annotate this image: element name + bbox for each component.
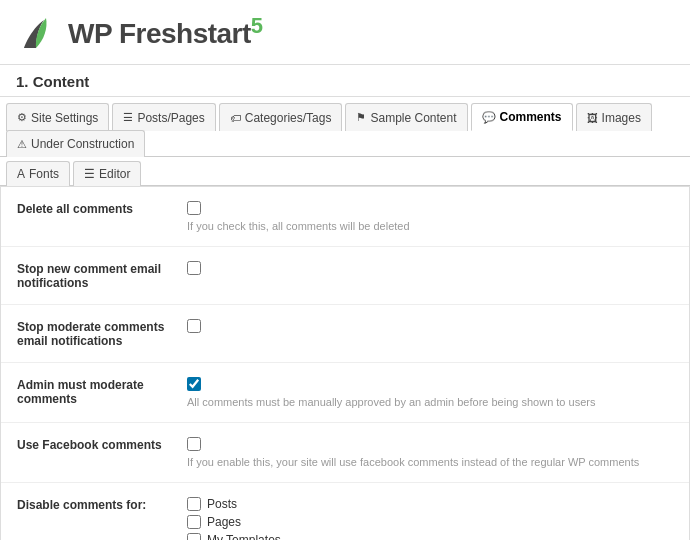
checkbox-admin-must-moderate[interactable] <box>187 377 201 391</box>
images-icon: 🖼 <box>587 112 598 124</box>
setting-label-disable-comments-for: Disable comments for: <box>17 497 187 512</box>
setting-row-admin-must-moderate: Admin must moderate commentsAll comments… <box>1 363 689 423</box>
under-construction-icon: ⚠ <box>17 138 27 151</box>
tab-label: Fonts <box>29 167 59 181</box>
tab-site-settings[interactable]: ⚙Site Settings <box>6 103 109 131</box>
option-label-disable-comments-for-1: Pages <box>207 515 241 529</box>
tab-posts-pages[interactable]: ☰Posts/Pages <box>112 103 215 131</box>
tab-label: Images <box>602 111 641 125</box>
setting-control-stop-new-comment-email <box>187 261 673 275</box>
tab-fonts[interactable]: AFonts <box>6 161 70 186</box>
setting-control-admin-must-moderate: All comments must be manually approved b… <box>187 377 673 408</box>
checkbox-wrap-stop-moderate-comments <box>187 319 673 333</box>
checkbox-wrap-stop-new-comment-email <box>187 261 673 275</box>
header: WP Freshstart5 <box>0 0 690 65</box>
setting-row-stop-new-comment-email: Stop new comment email notifications <box>1 247 689 305</box>
tab-label: Comments <box>500 110 562 124</box>
list-item: Pages <box>187 515 673 529</box>
setting-row-delete-all-comments: Delete all commentsIf you check this, al… <box>1 187 689 247</box>
list-item: My Templates <box>187 533 673 540</box>
setting-label-stop-moderate-comments: Stop moderate comments email notificatio… <box>17 319 187 348</box>
checkbox-wrap-use-facebook-comments <box>187 437 673 451</box>
tab-under-construction[interactable]: ⚠Under Construction <box>6 130 145 157</box>
tab-label: Editor <box>99 167 130 181</box>
tab-comments[interactable]: 💬Comments <box>471 103 573 131</box>
tab-label: Posts/Pages <box>137 111 204 125</box>
editor-icon: ☰ <box>84 167 95 181</box>
setting-label-stop-new-comment-email: Stop new comment email notifications <box>17 261 187 290</box>
checkbox-use-facebook-comments[interactable] <box>187 437 201 451</box>
fonts-icon: A <box>17 167 25 181</box>
posts-pages-icon: ☰ <box>123 111 133 124</box>
setting-control-delete-all-comments: If you check this, all comments will be … <box>187 201 673 232</box>
setting-row-stop-moderate-comments: Stop moderate comments email notificatio… <box>1 305 689 363</box>
page-title-bar: 1. Content <box>0 65 690 97</box>
checkbox-disable-comments-for-posts[interactable] <box>187 497 201 511</box>
page-title: 1. Content <box>16 73 674 90</box>
tab-label: Site Settings <box>31 111 98 125</box>
tabs-row-2: AFonts☰Editor <box>0 157 690 186</box>
checkbox-delete-all-comments[interactable] <box>187 201 201 215</box>
tab-label: Sample Content <box>370 111 456 125</box>
site-settings-icon: ⚙ <box>17 111 27 124</box>
setting-label-admin-must-moderate: Admin must moderate comments <box>17 377 187 406</box>
tab-editor[interactable]: ☰Editor <box>73 161 141 186</box>
comments-icon: 💬 <box>482 111 496 124</box>
checkbox-wrap-admin-must-moderate <box>187 377 673 391</box>
checkbox-stop-new-comment-email[interactable] <box>187 261 201 275</box>
sample-content-icon: ⚑ <box>356 111 366 124</box>
list-item: Posts <box>187 497 673 511</box>
tab-sample-content[interactable]: ⚑Sample Content <box>345 103 467 131</box>
checkbox-stop-moderate-comments[interactable] <box>187 319 201 333</box>
tab-categories-tags[interactable]: 🏷Categories/Tags <box>219 103 343 131</box>
categories-tags-icon: 🏷 <box>230 112 241 124</box>
tab-images[interactable]: 🖼Images <box>576 103 652 131</box>
setting-control-stop-moderate-comments <box>187 319 673 333</box>
checkbox-wrap-delete-all-comments <box>187 201 673 215</box>
setting-row-use-facebook-comments: Use Facebook commentsIf you enable this,… <box>1 423 689 483</box>
desc-admin-must-moderate: All comments must be manually approved b… <box>187 396 673 408</box>
sub-options-disable-comments-for: PostsPagesMy Templates <box>187 497 673 540</box>
desc-delete-all-comments: If you check this, all comments will be … <box>187 220 673 232</box>
setting-label-delete-all-comments: Delete all comments <box>17 201 187 216</box>
checkbox-disable-comments-for-pages[interactable] <box>187 515 201 529</box>
tab-label: Under Construction <box>31 137 134 151</box>
option-label-disable-comments-for-2: My Templates <box>207 533 281 540</box>
logo-brand: WP Freshstart <box>68 19 251 50</box>
tabs-row-1: ⚙Site Settings☰Posts/Pages🏷Categories/Ta… <box>0 97 690 157</box>
tab-label: Categories/Tags <box>245 111 332 125</box>
desc-use-facebook-comments: If you enable this, your site will use f… <box>187 456 673 468</box>
setting-control-use-facebook-comments: If you enable this, your site will use f… <box>187 437 673 468</box>
setting-control-disable-comments-for: PostsPagesMy TemplatesCheck all post typ… <box>187 497 673 540</box>
content-area: Delete all commentsIf you check this, al… <box>0 186 690 540</box>
logo-text: WP Freshstart5 <box>68 13 263 50</box>
option-label-disable-comments-for-0: Posts <box>207 497 237 511</box>
checkbox-disable-comments-for-my-templates[interactable] <box>187 533 201 540</box>
logo-icon <box>16 10 60 54</box>
setting-label-use-facebook-comments: Use Facebook comments <box>17 437 187 452</box>
logo-version: 5 <box>251 13 263 38</box>
setting-row-disable-comments-for: Disable comments for:PostsPagesMy Templa… <box>1 483 689 540</box>
